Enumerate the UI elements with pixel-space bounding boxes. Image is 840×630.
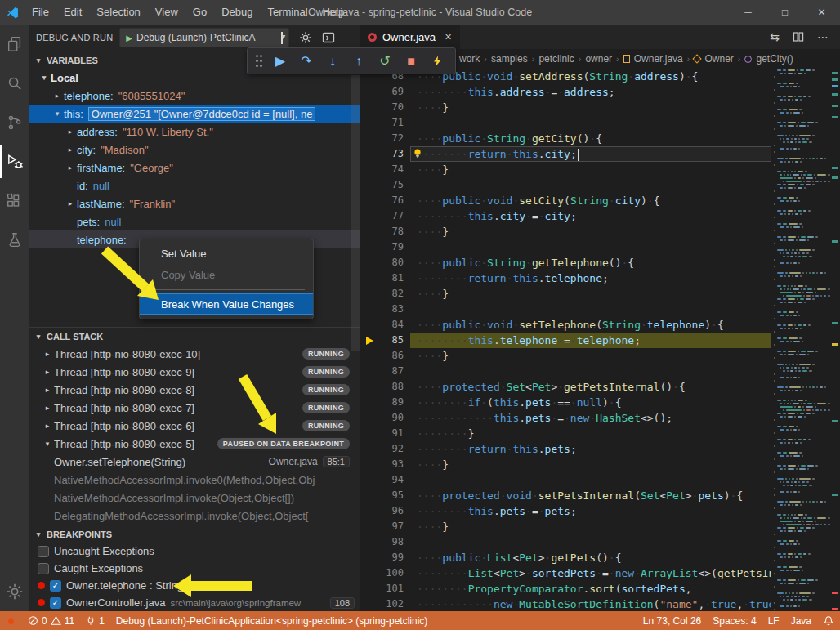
- context-menu-item[interactable]: Copy Value: [140, 265, 313, 286]
- notifications-bell-icon[interactable]: [817, 611, 840, 630]
- start-debug-icon[interactable]: ▶: [126, 34, 132, 42]
- breadcrumb-item[interactable]: work: [459, 53, 480, 65]
- gutter-glyph[interactable]: [360, 503, 379, 519]
- code-line[interactable]: 84····public·void·setTelephone(String·te…: [360, 317, 771, 333]
- run-and-debug-icon[interactable]: [0, 142, 29, 181]
- code-line[interactable]: 79: [360, 239, 771, 255]
- gutter-glyph[interactable]: [360, 410, 379, 426]
- editor-gutter[interactable]: 80: [360, 255, 410, 270]
- editor-gutter[interactable]: 81: [360, 270, 410, 286]
- gutter-glyph[interactable]: [360, 239, 379, 255]
- code-line[interactable]: 85········this.telephone·=·telephone;: [360, 333, 771, 348]
- code-line[interactable]: 80····public·String·getTelephone()·{: [360, 255, 771, 270]
- breakpoints-section-header[interactable]: ▾ BREAKPOINTS: [29, 525, 360, 543]
- breadcrumb-item[interactable]: petclinic: [538, 53, 574, 65]
- source-control-icon[interactable]: [0, 103, 29, 142]
- breadcrumb-item[interactable]: Owner.java: [634, 53, 683, 65]
- menu-go[interactable]: Go: [185, 0, 214, 25]
- code-line[interactable]: 72····public·String·getCity()·{: [360, 131, 771, 146]
- gutter-glyph[interactable]: [360, 426, 379, 441]
- code-line[interactable]: 75: [360, 177, 771, 193]
- gutter-glyph[interactable]: [360, 84, 379, 100]
- menu-edit[interactable]: Edit: [56, 0, 89, 25]
- editor-gutter[interactable]: 78: [360, 224, 410, 239]
- code-line[interactable]: 88····protected·Set<Pet>·getPetsInternal…: [360, 379, 771, 395]
- gutter-glyph[interactable]: [360, 270, 379, 286]
- menu-terminal[interactable]: Terminal: [260, 0, 315, 25]
- gutter-glyph[interactable]: [360, 208, 379, 224]
- stop-button[interactable]: ■: [400, 50, 422, 73]
- variable-row[interactable]: ▸telephone:"6085551024": [29, 87, 360, 105]
- debug-console-icon[interactable]: [322, 31, 335, 44]
- editor-gutter[interactable]: 98: [360, 534, 410, 550]
- gutter-glyph[interactable]: [360, 177, 379, 193]
- call-stack-thread-row[interactable]: ▸Thread [http-nio-8080-exec-8]RUNNING: [29, 381, 360, 399]
- gutter-glyph[interactable]: [360, 596, 379, 611]
- gutter-glyph[interactable]: [360, 146, 379, 162]
- variable-row[interactable]: ▸firstName:"George": [29, 159, 360, 176]
- code-line[interactable]: 99····public·List<Pet>·getPets()·{: [360, 550, 771, 565]
- close-window-button[interactable]: ✕: [803, 0, 840, 25]
- breadcrumb-item[interactable]: Owner: [704, 53, 733, 65]
- breadcrumb-item[interactable]: owner: [585, 53, 612, 65]
- minimap[interactable]: [771, 69, 830, 611]
- editor-gutter[interactable]: 69: [360, 84, 410, 100]
- debug-session-status[interactable]: Debug (Launch)-PetClinicApplication<spri…: [110, 611, 434, 630]
- cursor-position-status[interactable]: Ln 73, Col 26: [637, 611, 707, 630]
- continue-button[interactable]: ▶: [269, 50, 292, 73]
- gutter-glyph[interactable]: [360, 379, 379, 395]
- code-line[interactable]: 95····protected·void·setPetsInternal(Set…: [360, 488, 771, 503]
- step-into-button[interactable]: ↓: [321, 50, 344, 73]
- gutter-glyph[interactable]: [360, 364, 379, 379]
- editor-gutter[interactable]: 77: [360, 208, 410, 224]
- breakpoint-checkbox[interactable]: [38, 546, 49, 557]
- variable-row[interactable]: ▾this:Owner@251 "[Owner@7ddce0cd id = [n…: [29, 105, 360, 123]
- editor-gutter[interactable]: 73: [360, 146, 410, 162]
- code-line[interactable]: 94: [360, 472, 771, 488]
- code-line[interactable]: 91········}: [360, 426, 771, 441]
- code-line[interactable]: 101········PropertyComparator.sort(sorte…: [360, 581, 771, 596]
- extensions-icon[interactable]: [0, 181, 29, 221]
- editor-gutter[interactable]: 95: [360, 488, 410, 503]
- code-line[interactable]: 69········this.address·=·address;: [360, 84, 771, 100]
- editor-gutter[interactable]: 85: [360, 333, 410, 348]
- code-line[interactable]: 89········if·(this.pets·==·null)·{: [360, 395, 771, 410]
- editor-gutter[interactable]: 90: [360, 410, 410, 426]
- code-line[interactable]: 96········this.pets·=·pets;: [360, 503, 771, 519]
- editor-gutter[interactable]: 99: [360, 550, 410, 565]
- variable-row[interactable]: ▸address:"110 W. Liberty St.": [29, 123, 360, 141]
- call-stack-thread-row[interactable]: ▸Thread [http-nio-8080-exec-6]RUNNING: [29, 417, 360, 435]
- breakpoint-checkbox[interactable]: ✓: [50, 580, 61, 592]
- variable-row[interactable]: pets:null: [29, 212, 360, 230]
- code-line[interactable]: 82····}: [360, 286, 771, 302]
- code-line[interactable]: 86····}: [360, 348, 771, 364]
- editor-gutter[interactable]: 96: [360, 503, 410, 519]
- code-line[interactable]: 98: [360, 534, 771, 550]
- flame-status-icon[interactable]: [0, 611, 22, 630]
- gutter-glyph[interactable]: [360, 224, 379, 239]
- menu-file[interactable]: File: [25, 0, 56, 25]
- editor-gutter[interactable]: 91: [360, 426, 410, 441]
- editor-gutter[interactable]: 70: [360, 100, 410, 115]
- editor-gutter[interactable]: 101: [360, 581, 410, 596]
- breadcrumb-item[interactable]: samples: [491, 53, 528, 65]
- editor-gutter[interactable]: 82: [360, 286, 410, 302]
- editor-gutter[interactable]: 100: [360, 565, 410, 581]
- code-line[interactable]: 70····}: [360, 100, 771, 115]
- code-line[interactable]: 92········return·this.pets;: [360, 441, 771, 457]
- gutter-glyph[interactable]: [360, 550, 379, 565]
- gutter-glyph[interactable]: [360, 581, 379, 596]
- gutter-glyph[interactable]: [360, 162, 379, 177]
- drag-handle-icon[interactable]: [254, 50, 266, 73]
- code-line[interactable]: 97····}: [360, 519, 771, 534]
- code-line[interactable]: 81········return·this.telephone;: [360, 270, 771, 286]
- breakpoint-checkbox[interactable]: [38, 563, 49, 574]
- code-line[interactable]: 71: [360, 115, 771, 131]
- lightbulb-icon[interactable]: [412, 148, 423, 163]
- sidebar-scrollbar[interactable]: [351, 75, 360, 351]
- eol-status[interactable]: LF: [762, 611, 785, 630]
- code-line[interactable]: 83: [360, 302, 771, 317]
- step-over-button[interactable]: ↷: [295, 50, 318, 73]
- breakpoint-checkbox[interactable]: ✓: [50, 597, 61, 609]
- gutter-glyph[interactable]: [360, 395, 379, 410]
